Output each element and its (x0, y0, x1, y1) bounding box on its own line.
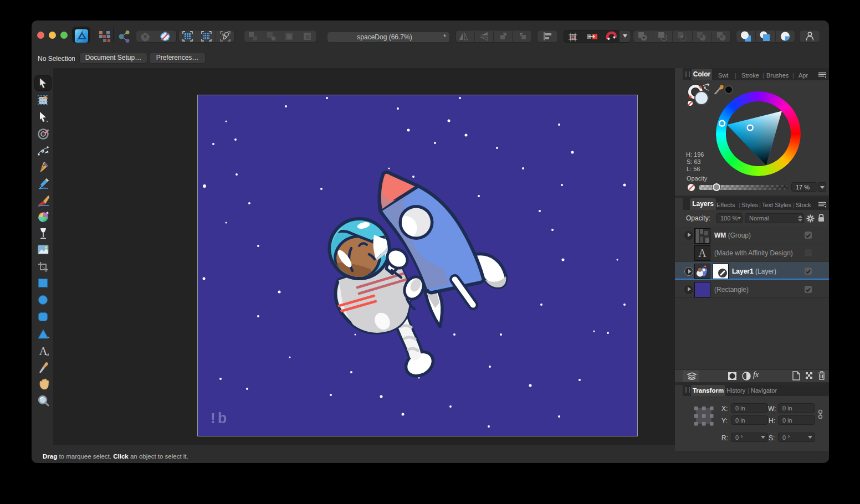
svg-text:!b: !b (208, 410, 227, 428)
